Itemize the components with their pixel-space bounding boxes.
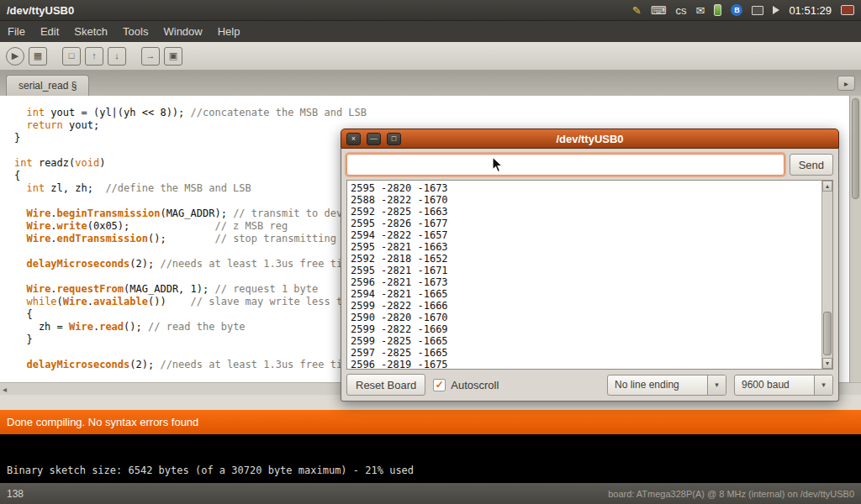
check-icon: ✓ [436, 379, 444, 391]
mouse-cursor [492, 156, 504, 173]
save-sketch-button[interactable]: ↓ [108, 47, 126, 66]
serial-line: 2595 -2826 -1677 [351, 218, 821, 229]
send-button[interactable]: Send [790, 154, 833, 176]
scroll-left-arrow-icon[interactable]: ◂ [3, 385, 7, 394]
line-ending-dropdown[interactable]: No line ending ▾ [607, 375, 726, 396]
open-sketch-button[interactable]: ↑ [85, 47, 103, 66]
menu-edit[interactable]: Edit [33, 25, 66, 38]
compile-status-bar: Done compiling. No syntax errors found [0, 410, 861, 434]
autoscroll-checkbox[interactable]: ✓ [433, 379, 446, 391]
session-menu-icon[interactable] [841, 5, 854, 15]
menu-file[interactable]: File [0, 25, 33, 38]
line-ending-value: No line ending [608, 375, 707, 395]
autoscroll-label: Autoscroll [451, 379, 499, 391]
maximize-button[interactable]: □ [387, 133, 401, 145]
serial-line: 2592 -2825 -1663 [351, 206, 821, 218]
bluetooth-icon[interactable]: B [731, 4, 742, 16]
dropdown-arrow-icon[interactable]: ▾ [814, 375, 832, 395]
serial-line: 2590 -2820 -1670 [351, 312, 821, 323]
serial-input[interactable] [346, 154, 784, 176]
save-sketch-icon: ↓ [114, 51, 119, 60]
keyboard-icon[interactable]: ⌨ [651, 4, 667, 17]
caret-line-number: 138 [7, 488, 24, 500]
tab-label: serial_read § [18, 80, 77, 92]
serial-line: 2599 -2822 -1669 [351, 323, 821, 335]
verify-icon: ▶ [12, 51, 18, 60]
menu-window[interactable]: Window [156, 25, 209, 38]
baud-rate-value: 9600 baud [735, 375, 814, 395]
compile-status-message: Done compiling. No syntax errors found [7, 416, 198, 428]
serial-line: 2594 -2822 -1657 [351, 229, 821, 241]
console-line: Binary sketch size: 6542 bytes (of a 307… [7, 465, 861, 476]
console-output: Binary sketch size: 6542 bytes (of a 307… [0, 434, 861, 483]
upload-icon: → [146, 51, 156, 60]
scroll-up-arrow-icon[interactable]: ▴ [822, 181, 832, 192]
stop-icon: ▦ [34, 51, 42, 60]
tab-menu-icon: ▸ [844, 79, 848, 88]
battery-icon[interactable] [714, 4, 721, 16]
serial-line: 2595 -2820 -1673 [351, 182, 821, 194]
open-sketch-icon: ↑ [92, 51, 97, 60]
board-info: board: ATmega328P(A) @ 8 MHz (internal) … [608, 489, 854, 499]
menu-bar: FileEditSketchToolsWindowHelp [0, 21, 861, 42]
serial-monitor-body: Send 2595 -2820 -16732588 -2822 -1670259… [341, 149, 839, 402]
mail-icon[interactable]: ✉ [695, 4, 705, 17]
serial-line: 2596 -2821 -1673 [351, 276, 821, 288]
serial-window-title: /dev/ttyUSB0 [341, 133, 838, 145]
minimize-button[interactable]: — [367, 133, 381, 145]
serial-line: 2594 -2821 -1665 [351, 288, 821, 300]
editor-vertical-scrollbar[interactable] [849, 96, 861, 382]
serial-line: 2597 -2825 -1665 [351, 347, 821, 359]
serial-line: 2599 -2822 -1666 [351, 300, 821, 312]
serial-line: 2592 -2818 -1652 [351, 253, 821, 265]
serial-line: 2588 -2822 -1670 [351, 194, 821, 206]
note-icon[interactable]: ✎ [632, 4, 642, 17]
scrollbar-thumb[interactable] [823, 312, 832, 355]
tab-serial-read[interactable]: serial_read § [6, 75, 89, 96]
tab-bar: serial_read § ▸ [0, 71, 861, 96]
system-bar: /dev/ttyUSB0 ✎ ⌨ cs ✉ B 01:51:29 [0, 0, 861, 21]
serial-monitor-icon: ▣ [169, 51, 177, 60]
code-line: int yout = (yl|(yh << 8)); //concatenate… [14, 107, 849, 119]
serial-output-scrollbar[interactable]: ▴ ▾ [821, 181, 832, 369]
serial-output: 2595 -2820 -16732588 -2822 -16702592 -28… [347, 181, 821, 369]
stop-button[interactable]: ▦ [29, 47, 47, 66]
scrollbar-thumb[interactable] [852, 98, 859, 199]
serial-monitor-titlebar[interactable]: /dev/ttyUSB0 × — □ [341, 129, 839, 149]
serial-line: 2596 -2819 -1675 [351, 359, 821, 369]
autoscroll-control[interactable]: ✓ Autoscroll [433, 379, 499, 391]
serial-monitor-button[interactable]: ▣ [164, 47, 182, 66]
system-tray: ✎ ⌨ cs ✉ B 01:51:29 [632, 4, 861, 17]
keyboard-layout-indicator[interactable]: cs [675, 4, 686, 17]
menu-sketch[interactable]: Sketch [66, 25, 115, 38]
menu-help[interactable]: Help [210, 25, 248, 38]
network-icon[interactable] [752, 6, 763, 15]
upload-button[interactable]: → [141, 47, 160, 66]
serial-line: 2595 -2821 -1671 [351, 265, 821, 276]
close-button[interactable]: × [346, 133, 361, 145]
footer-status-bar: 138 board: ATmega328P(A) @ 8 MHz (intern… [0, 483, 861, 504]
serial-output-panel: 2595 -2820 -16732588 -2822 -16702592 -28… [346, 180, 833, 370]
toolbar: ▶▦□↑↓→▣ [0, 42, 861, 71]
tab-menu-button[interactable]: ▸ [837, 76, 855, 91]
active-window-title: /dev/ttyUSB0 [0, 4, 632, 17]
dropdown-arrow-icon[interactable]: ▾ [707, 375, 726, 395]
serial-monitor-window: /dev/ttyUSB0 × — □ Send 2595 -2820 -1673… [341, 129, 839, 402]
verify-button[interactable]: ▶ [6, 47, 24, 66]
serial-line: 2599 -2825 -1665 [351, 335, 821, 347]
window-controls: × — □ [341, 133, 401, 145]
new-sketch-icon: □ [69, 51, 75, 60]
reset-board-button[interactable]: Reset Board [346, 374, 425, 396]
volume-icon[interactable] [773, 6, 779, 14]
scroll-down-arrow-icon[interactable]: ▾ [822, 358, 832, 369]
baud-rate-dropdown[interactable]: 9600 baud ▾ [734, 375, 833, 396]
new-sketch-button[interactable]: □ [62, 47, 81, 66]
menu-tools[interactable]: Tools [115, 25, 156, 38]
serial-line: 2595 -2821 -1663 [351, 241, 821, 253]
clock[interactable]: 01:51:29 [789, 4, 832, 17]
